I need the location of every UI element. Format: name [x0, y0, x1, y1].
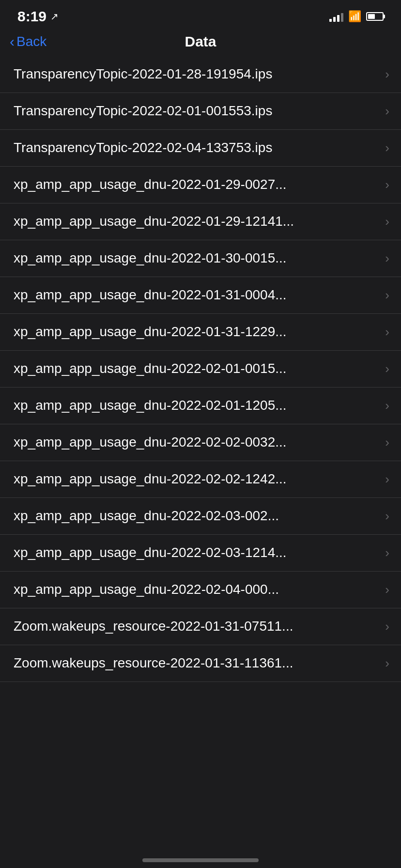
file-name: xp_amp_app_usage_dnu-2022-01-29-0027...: [14, 176, 385, 193]
chevron-right-icon: ›: [385, 435, 389, 450]
chevron-right-icon: ›: [385, 398, 389, 413]
list-item[interactable]: xp_amp_app_usage_dnu-2022-01-30-0015...›: [0, 240, 401, 277]
chevron-right-icon: ›: [385, 582, 389, 597]
list-item[interactable]: xp_amp_app_usage_dnu-2022-01-31-0004...›: [0, 277, 401, 314]
file-name: xp_amp_app_usage_dnu-2022-02-04-000...: [14, 581, 385, 598]
list-item[interactable]: TransparencyTopic-2022-02-01-001553.ips›: [0, 93, 401, 130]
status-time: 8:19: [17, 8, 46, 25]
list-item[interactable]: TransparencyTopic-2022-01-28-191954.ips›: [0, 56, 401, 93]
signal-icon: [329, 11, 343, 22]
list-item[interactable]: Zoom.wakeups_resource-2022-01-31-07511..…: [0, 608, 401, 645]
list-item[interactable]: xp_amp_app_usage_dnu-2022-02-02-0032...›: [0, 424, 401, 461]
list-item[interactable]: xp_amp_app_usage_dnu-2022-01-29-12141...…: [0, 203, 401, 240]
list-item[interactable]: xp_amp_app_usage_dnu-2022-02-04-000...›: [0, 572, 401, 608]
battery-icon: [366, 12, 384, 21]
chevron-right-icon: ›: [385, 619, 389, 634]
file-list: TransparencyTopic-2022-01-28-191954.ips›…: [0, 56, 401, 682]
file-name: xp_amp_app_usage_dnu-2022-01-31-1229...: [14, 323, 385, 341]
status-bar: 8:19 ↗ 📶: [0, 0, 401, 29]
page-title: Data: [185, 33, 216, 50]
file-name: Zoom.wakeups_resource-2022-01-31-07511..…: [14, 618, 385, 635]
chevron-right-icon: ›: [385, 509, 389, 524]
list-item[interactable]: Zoom.wakeups_resource-2022-01-31-11361..…: [0, 645, 401, 682]
chevron-right-icon: ›: [385, 472, 389, 487]
list-item[interactable]: xp_amp_app_usage_dnu-2022-02-01-0015...›: [0, 351, 401, 388]
file-name: xp_amp_app_usage_dnu-2022-01-29-12141...: [14, 213, 385, 230]
chevron-right-icon: ›: [385, 177, 389, 192]
file-name: TransparencyTopic-2022-01-28-191954.ips: [14, 65, 385, 83]
back-button[interactable]: ‹ Back: [10, 34, 46, 49]
file-name: Zoom.wakeups_resource-2022-01-31-11361..…: [14, 654, 385, 672]
chevron-right-icon: ›: [385, 140, 389, 155]
location-icon: ↗: [50, 11, 59, 22]
list-item[interactable]: xp_amp_app_usage_dnu-2022-02-03-1214...›: [0, 535, 401, 572]
chevron-right-icon: ›: [385, 361, 389, 376]
chevron-right-icon: ›: [385, 251, 389, 266]
file-name: xp_amp_app_usage_dnu-2022-02-02-1242...: [14, 470, 385, 488]
status-icons: 📶: [329, 10, 384, 23]
chevron-right-icon: ›: [385, 325, 389, 340]
file-name: xp_amp_app_usage_dnu-2022-02-03-002...: [14, 507, 385, 525]
file-name: xp_amp_app_usage_dnu-2022-02-02-0032...: [14, 434, 385, 451]
file-name: xp_amp_app_usage_dnu-2022-01-31-0004...: [14, 286, 385, 304]
wifi-icon: 📶: [348, 10, 361, 23]
chevron-right-icon: ›: [385, 656, 389, 671]
chevron-right-icon: ›: [385, 104, 389, 119]
file-name: xp_amp_app_usage_dnu-2022-02-01-0015...: [14, 360, 385, 377]
list-item[interactable]: xp_amp_app_usage_dnu-2022-02-02-1242...›: [0, 461, 401, 498]
file-name: TransparencyTopic-2022-02-04-133753.ips: [14, 139, 385, 156]
list-item[interactable]: xp_amp_app_usage_dnu-2022-01-31-1229...›: [0, 314, 401, 351]
file-name: xp_amp_app_usage_dnu-2022-02-01-1205...: [14, 397, 385, 414]
list-item[interactable]: xp_amp_app_usage_dnu-2022-02-01-1205...›: [0, 388, 401, 424]
chevron-right-icon: ›: [385, 288, 389, 303]
back-label: Back: [16, 34, 46, 49]
list-item[interactable]: xp_amp_app_usage_dnu-2022-01-29-0027...›: [0, 167, 401, 203]
chevron-right-icon: ›: [385, 545, 389, 560]
file-name: xp_amp_app_usage_dnu-2022-01-30-0015...: [14, 249, 385, 267]
home-indicator: [142, 858, 259, 862]
navigation-bar: ‹ Back Data: [0, 29, 401, 56]
chevron-right-icon: ›: [385, 214, 389, 229]
list-item[interactable]: xp_amp_app_usage_dnu-2022-02-03-002...›: [0, 498, 401, 535]
back-chevron-icon: ‹: [10, 34, 15, 49]
list-item[interactable]: TransparencyTopic-2022-02-04-133753.ips›: [0, 130, 401, 167]
file-name: xp_amp_app_usage_dnu-2022-02-03-1214...: [14, 544, 385, 561]
chevron-right-icon: ›: [385, 67, 389, 82]
file-name: TransparencyTopic-2022-02-01-001553.ips: [14, 102, 385, 120]
